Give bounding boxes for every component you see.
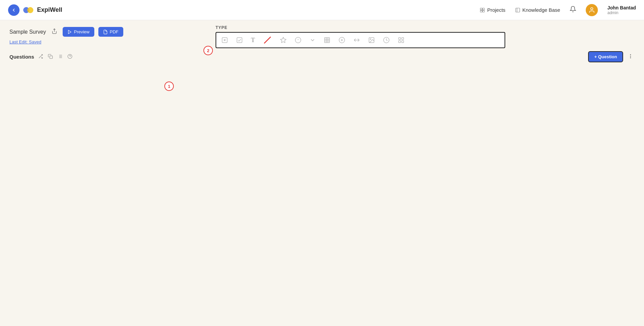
- svg-point-22: [630, 54, 631, 55]
- survey-title: Sample Survey: [9, 29, 46, 35]
- help-icon: [67, 54, 72, 59]
- avatar: [586, 4, 598, 16]
- checkbox-type-button[interactable]: [235, 36, 244, 44]
- add-question-button[interactable]: + Question: [588, 51, 623, 62]
- brand-name: ExpiWell: [37, 6, 62, 13]
- svg-point-8: [591, 7, 593, 10]
- info-type-button[interactable]: [294, 36, 302, 44]
- svg-line-29: [264, 37, 270, 43]
- image-type-button[interactable]: [367, 36, 376, 44]
- shuffle-icon: [38, 54, 43, 59]
- svg-rect-34: [325, 38, 330, 43]
- more-dots-icon: [628, 54, 633, 59]
- nav-projects-label: Projects: [487, 7, 505, 13]
- star-type-button[interactable]: [279, 36, 288, 44]
- preview-button[interactable]: Preview: [63, 27, 94, 37]
- annotation-circle-1: 1: [164, 82, 174, 91]
- nav-knowledge-base-link[interactable]: Knowledge Base: [515, 7, 560, 13]
- image-icon: [368, 37, 375, 43]
- scale-type-button[interactable]: [352, 36, 361, 44]
- svg-rect-3: [483, 8, 484, 10]
- questions-label: Questions: [9, 54, 34, 60]
- info-icon: [295, 37, 301, 43]
- knowledge-base-icon: [515, 7, 520, 13]
- user-role: admin: [607, 10, 618, 15]
- type-toolbar: T: [216, 32, 505, 48]
- copy-icon: [48, 54, 53, 59]
- navbar-right: Projects Knowledge Base John Bantad admi…: [480, 4, 636, 16]
- navbar: ExpiWell Projects Knowledge Base: [0, 0, 644, 20]
- svg-point-1: [27, 7, 33, 13]
- svg-marker-10: [68, 30, 71, 34]
- copy-button[interactable]: [47, 53, 54, 61]
- user-avatar-icon: [588, 7, 595, 13]
- clock-icon: [383, 37, 390, 43]
- nav-projects-link[interactable]: Projects: [480, 7, 505, 13]
- add-question-label: + Question: [594, 54, 617, 59]
- slash-type-button[interactable]: [262, 35, 273, 45]
- shuffle-button[interactable]: [37, 53, 44, 61]
- multiple-choice-type-button[interactable]: [220, 36, 229, 44]
- svg-rect-48: [399, 41, 401, 43]
- help-button[interactable]: [67, 53, 73, 61]
- share-icon: [52, 28, 57, 34]
- slash-icon: [263, 36, 272, 44]
- type-panel: TYPE T: [216, 25, 505, 48]
- navbar-left: ExpiWell: [8, 4, 62, 16]
- more-options-button[interactable]: [626, 53, 635, 61]
- notifications-button[interactable]: [570, 6, 576, 14]
- svg-marker-30: [281, 37, 286, 43]
- star-icon: [280, 37, 287, 43]
- arrow-icon: [353, 37, 360, 43]
- svg-rect-6: [516, 8, 520, 12]
- projects-icon: [480, 7, 485, 13]
- svg-point-23: [630, 56, 631, 56]
- checkbox-icon: [236, 37, 243, 43]
- svg-rect-5: [483, 10, 484, 12]
- clock-type-button[interactable]: [382, 36, 391, 44]
- type-panel-label: TYPE: [216, 25, 505, 30]
- svg-rect-13: [50, 56, 53, 58]
- number-icon: [339, 37, 345, 43]
- svg-point-24: [630, 58, 631, 58]
- preview-icon: [67, 30, 72, 34]
- svg-point-44: [370, 39, 371, 40]
- number-type-button[interactable]: [337, 36, 346, 44]
- questions-row: Questions: [9, 51, 635, 62]
- bell-icon: [570, 6, 576, 12]
- preview-label: Preview: [74, 29, 90, 34]
- svg-rect-47: [402, 38, 404, 40]
- svg-rect-28: [237, 38, 242, 43]
- pdf-label: PDF: [110, 29, 119, 34]
- table-type-button[interactable]: [323, 36, 331, 44]
- list-button[interactable]: [57, 53, 63, 61]
- svg-rect-46: [399, 38, 401, 40]
- text-type-button[interactable]: T: [250, 36, 256, 45]
- user-name: John Bantad: [607, 5, 636, 10]
- nav-knowledge-base-label: Knowledge Base: [522, 7, 560, 13]
- pdf-button[interactable]: PDF: [98, 27, 123, 37]
- annotation-circle-2: 2: [203, 46, 213, 55]
- share-button[interactable]: [50, 28, 59, 36]
- table-icon: [324, 37, 330, 43]
- expiwell-logo-icon: [23, 5, 34, 15]
- user-info: John Bantad admin: [607, 5, 636, 15]
- svg-point-20: [68, 54, 72, 59]
- back-button[interactable]: [8, 4, 20, 16]
- dropdown-icon: [310, 37, 316, 43]
- svg-rect-2: [480, 8, 482, 10]
- svg-rect-49: [402, 41, 404, 43]
- list-icon: [58, 54, 63, 59]
- pdf-icon: [103, 30, 108, 34]
- dropdown-type-button[interactable]: [309, 36, 317, 44]
- text-icon: T: [251, 37, 255, 44]
- grid-icon: [398, 37, 405, 43]
- svg-rect-4: [480, 10, 482, 12]
- multiple-choice-icon: [221, 37, 228, 43]
- matrix-type-button[interactable]: [397, 36, 406, 44]
